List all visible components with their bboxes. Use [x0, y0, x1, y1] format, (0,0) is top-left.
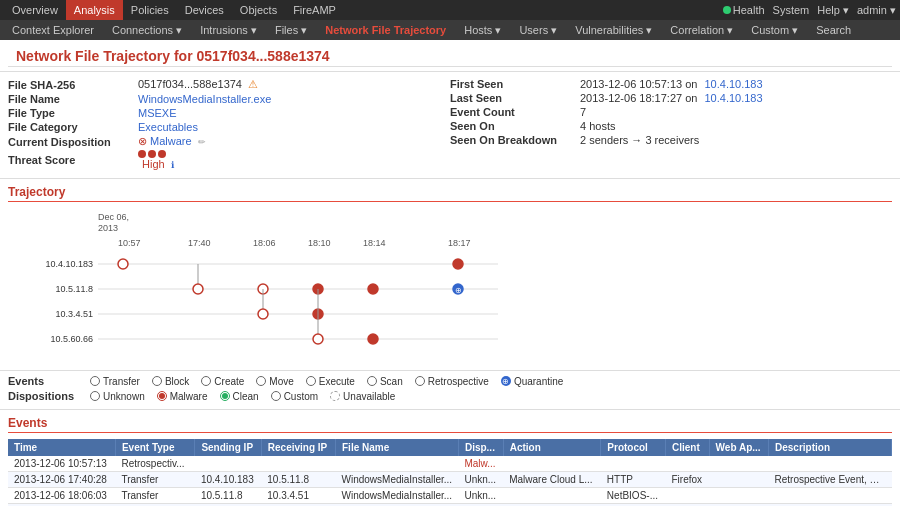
- seen-on-label: Seen On: [450, 120, 580, 132]
- seen-breakdown-row: Seen On Breakdown 2 senders → 3 receiver…: [450, 134, 892, 146]
- legend-block[interactable]: Block: [152, 376, 189, 387]
- disposition-label: Current Disposition: [8, 136, 138, 148]
- table-cell: 2013-12-06 17:40:28: [8, 472, 115, 488]
- top-navigation: Overview Analysis Policies Devices Objec…: [0, 0, 900, 20]
- col-description[interactable]: Description: [769, 439, 892, 456]
- disposition-value: ⊗ Malware ✏: [138, 135, 206, 148]
- health-dot: [723, 6, 731, 14]
- node-2-4: [368, 284, 378, 294]
- event-count-value: 7: [580, 106, 586, 118]
- nav-context-explorer[interactable]: Context Explorer: [4, 20, 102, 40]
- admin-menu[interactable]: admin ▾: [857, 4, 896, 17]
- legend-malware[interactable]: Malware: [157, 391, 208, 402]
- table-cell: 2013-12-06 10:57:13: [8, 456, 115, 472]
- nav-users[interactable]: Users ▾: [511, 20, 565, 40]
- seen-on-row: Seen On 4 hosts: [450, 120, 892, 132]
- nav-vulnerabilities[interactable]: Vulnerabilities ▾: [567, 20, 660, 40]
- table-cell: [195, 456, 261, 472]
- nav-fireamp[interactable]: FireAMP: [285, 0, 344, 20]
- col-protocol[interactable]: Protocol: [601, 439, 666, 456]
- health-indicator[interactable]: Health: [723, 4, 765, 16]
- disposition-edit-icon[interactable]: ✏: [198, 137, 206, 147]
- table-cell: [709, 472, 768, 488]
- file-info-right: First Seen 2013-12-06 10:57:13 on 10.4.1…: [450, 78, 892, 172]
- legend-create[interactable]: Create: [201, 376, 244, 387]
- move-icon: [256, 376, 266, 386]
- threat-dot-3: [158, 150, 166, 158]
- col-time[interactable]: Time: [8, 439, 115, 456]
- legend-move[interactable]: Move: [256, 376, 293, 387]
- custom-icon: [271, 391, 281, 401]
- table-cell: NetBIOS-...: [601, 488, 666, 504]
- legend-clean[interactable]: Clean: [220, 391, 259, 402]
- time-axis: 10:57 17:40 18:06 18:10 18:14 18:17: [98, 238, 892, 252]
- nav-connections[interactable]: Connections ▾: [104, 20, 190, 40]
- table-cell: WindowsMediaInstaller...: [336, 488, 459, 504]
- table-cell: Malware Cloud L...: [503, 472, 601, 488]
- system-link[interactable]: System: [773, 4, 810, 16]
- sha256-warning-icon: ⚠: [248, 78, 258, 90]
- nav-analysis[interactable]: Analysis: [66, 0, 123, 20]
- legend-retrospective[interactable]: Retrospective: [415, 376, 489, 387]
- nav-search[interactable]: Search: [808, 20, 859, 40]
- nav-hosts[interactable]: Hosts ▾: [456, 20, 509, 40]
- filename-value[interactable]: WindowsMediaInstaller.exe: [138, 93, 271, 105]
- col-web-ap[interactable]: Web Ap...: [709, 439, 768, 456]
- threat-info-icon[interactable]: ℹ: [171, 160, 174, 170]
- nav-files[interactable]: Files ▾: [267, 20, 315, 40]
- legend-quarantine[interactable]: ⊕ Quarantine: [501, 376, 563, 387]
- scan-icon: [367, 376, 377, 386]
- help-menu[interactable]: Help ▾: [817, 4, 849, 17]
- table-cell: [261, 456, 335, 472]
- malware-badge: ⊗: [138, 135, 147, 147]
- col-receiving-ip[interactable]: Receiving IP: [261, 439, 335, 456]
- nav-custom[interactable]: Custom ▾: [743, 20, 806, 40]
- threat-row: Threat Score High ℹ: [8, 150, 450, 170]
- col-client[interactable]: Client: [666, 439, 710, 456]
- nav-objects[interactable]: Objects: [232, 0, 285, 20]
- legend-unavailable[interactable]: Unavailable: [330, 391, 395, 402]
- second-navigation: Context Explorer Connections ▾ Intrusion…: [0, 20, 900, 40]
- nav-devices[interactable]: Devices: [177, 0, 232, 20]
- execute-icon: [306, 376, 316, 386]
- seen-breakdown-label: Seen On Breakdown: [450, 134, 580, 146]
- nav-intrusions[interactable]: Intrusions ▾: [192, 20, 265, 40]
- table-cell: Unkn...: [458, 472, 503, 488]
- legend-transfer[interactable]: Transfer: [90, 376, 140, 387]
- nav-policies[interactable]: Policies: [123, 0, 177, 20]
- filetype-value[interactable]: MSEXE: [138, 107, 177, 119]
- first-seen-row: First Seen 2013-12-06 10:57:13 on 10.4.1…: [450, 78, 892, 90]
- sha256-label: File SHA-256: [8, 79, 138, 91]
- table-cell: [503, 488, 601, 504]
- legend-unknown[interactable]: Unknown: [90, 391, 145, 402]
- legend-custom[interactable]: Custom: [271, 391, 318, 402]
- table-row[interactable]: 2013-12-06 17:40:28Transfer10.4.10.18310…: [8, 472, 892, 488]
- category-row: File Category Executables: [8, 121, 450, 133]
- legend-execute[interactable]: Execute: [306, 376, 355, 387]
- last-seen-label: Last Seen: [450, 92, 580, 104]
- category-value[interactable]: Executables: [138, 121, 198, 133]
- nav-overview[interactable]: Overview: [4, 0, 66, 20]
- col-sending-ip[interactable]: Sending IP: [195, 439, 261, 456]
- node-4-2: [368, 334, 378, 344]
- table-cell: Transfer: [115, 488, 194, 504]
- table-cell: [666, 456, 710, 472]
- dispositions-legend-row: Dispositions Unknown Malware Clean Custo…: [8, 390, 892, 402]
- filename-row: File Name WindowsMediaInstaller.exe: [8, 93, 450, 105]
- table-cell: [666, 488, 710, 504]
- table-row[interactable]: 2013-12-06 10:57:13Retrospectiv...Malw..…: [8, 456, 892, 472]
- col-action[interactable]: Action: [503, 439, 601, 456]
- col-event-type[interactable]: Event Type: [115, 439, 194, 456]
- legend-scan[interactable]: Scan: [367, 376, 403, 387]
- table-cell: 10.3.4.51: [261, 488, 335, 504]
- trajectory-svg: 10.4.10.183 10.5.11.8 10.3.4.51 10.5.60.…: [98, 252, 538, 352]
- col-file-name[interactable]: File Name: [336, 439, 459, 456]
- table-cell: Retrospective Event, Fri Dec 6 ...: [769, 472, 892, 488]
- col-disp[interactable]: Disp...: [458, 439, 503, 456]
- nav-network-file-trajectory[interactable]: Network File Trajectory: [317, 20, 454, 40]
- threat-value: High ℹ: [138, 150, 174, 170]
- nav-correlation[interactable]: Correlation ▾: [662, 20, 741, 40]
- table-cell: 10.4.10.183: [195, 472, 261, 488]
- table-row[interactable]: 2013-12-06 18:06:03Transfer10.5.11.810.3…: [8, 488, 892, 504]
- node-4-1: [313, 334, 323, 344]
